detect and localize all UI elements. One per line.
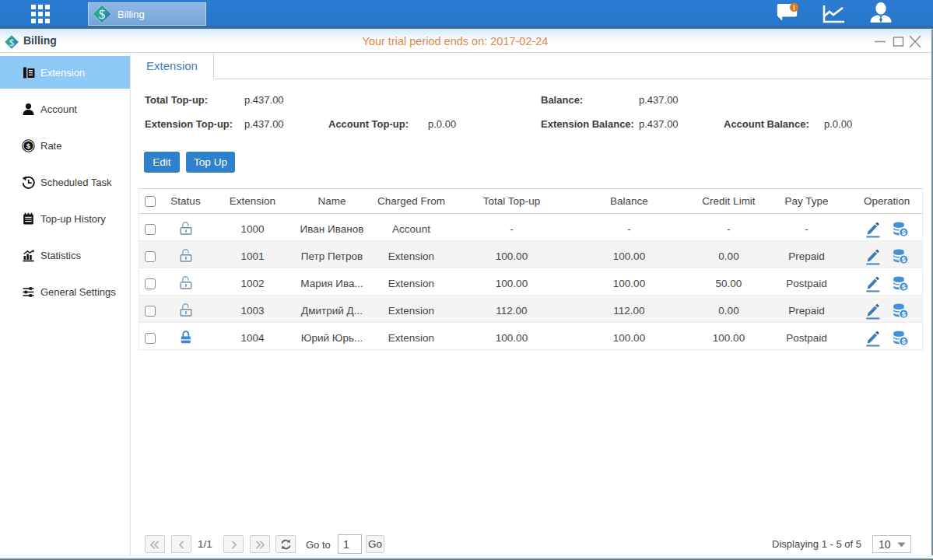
svg-text:$: $	[99, 7, 106, 22]
svg-text:$: $	[26, 141, 31, 149]
svg-text:!: !	[793, 4, 795, 12]
